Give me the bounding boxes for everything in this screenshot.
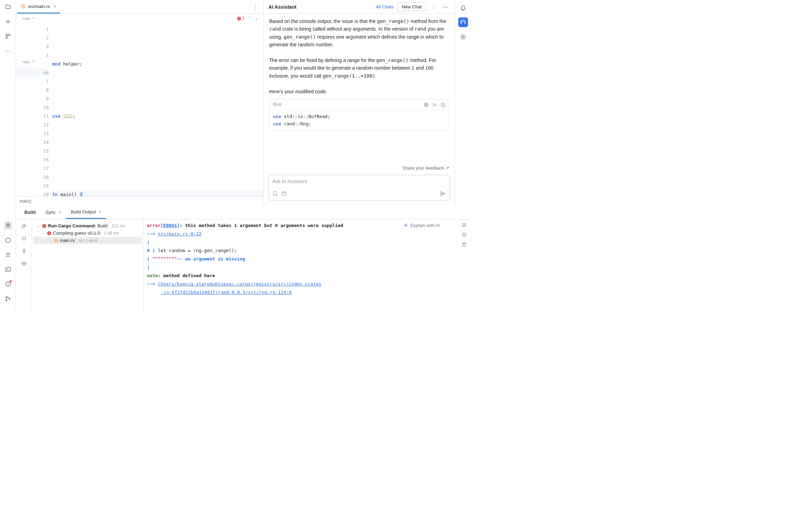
ai-paragraph: Based on the console output, the issue i… bbox=[269, 17, 449, 49]
stop-icon[interactable] bbox=[20, 235, 28, 242]
ai-input-field[interactable] bbox=[272, 179, 446, 184]
prev-error-icon[interactable]: ⌃ bbox=[248, 16, 251, 21]
right-toolbar bbox=[455, 0, 471, 205]
ai-minimize-icon[interactable]: — bbox=[442, 4, 450, 10]
svg-point-15 bbox=[6, 300, 7, 301]
copy-code-icon[interactable] bbox=[424, 102, 429, 107]
tab-sync[interactable]: Sync× bbox=[41, 206, 66, 219]
new-chat-button[interactable]: New Chat bbox=[397, 2, 426, 11]
ai-paragraph: Here's your modified code: bbox=[269, 88, 449, 95]
tab-label: src/main.rs bbox=[28, 4, 50, 9]
gutter: new * 1 2 3› 5 new * 6▷ 7 8 9 10 11 12 1… bbox=[16, 14, 52, 196]
svg-point-30 bbox=[23, 263, 25, 264]
all-chats-link[interactable]: All Chats bbox=[376, 4, 394, 9]
build-console[interactable]: ֍Explain with AI error[E0061]: this meth… bbox=[143, 219, 457, 312]
tree-file[interactable]: › main.rs src 1 error bbox=[33, 237, 142, 244]
todo-icon[interactable] bbox=[4, 251, 12, 259]
tab-build-output[interactable]: Build Output× bbox=[66, 206, 107, 219]
next-error-icon[interactable]: ⌄ bbox=[255, 16, 258, 21]
bottom-panel: Build Sync× Build Output× ⌄ ! Run Cargo … bbox=[16, 205, 471, 312]
svg-text:!: ! bbox=[49, 232, 50, 235]
insert-code-icon[interactable] bbox=[432, 102, 437, 107]
editor-tabbar: src/main.rs × ⋮ bbox=[16, 0, 263, 14]
ai-title: AI Assistant bbox=[268, 4, 296, 10]
bottom-tabs: Build Sync× Build Output× bbox=[16, 205, 471, 219]
svg-rect-29 bbox=[23, 237, 25, 240]
code-lang-label: Rust bbox=[273, 101, 282, 108]
fold-icon[interactable]: › bbox=[47, 42, 49, 51]
error-code-link[interactable]: [E0061] bbox=[161, 223, 180, 228]
svg-point-36 bbox=[55, 240, 57, 241]
tree-root[interactable]: ⌄ ! Run Cargo Command: Build 211 ms bbox=[33, 222, 142, 229]
ai-assistant-pane: AI Assistant All Chats New Chat ⋮ — Base… bbox=[264, 0, 455, 205]
svg-rect-10 bbox=[6, 267, 10, 272]
build-tree: ⌄ ! Run Cargo Command: Build 211 ms ⌄ ! … bbox=[32, 219, 143, 312]
chevron-down-icon[interactable]: ⌄ bbox=[40, 231, 45, 235]
error-count[interactable]: !2 bbox=[237, 16, 244, 21]
svg-marker-6 bbox=[6, 238, 10, 243]
console-side-toolbar bbox=[457, 219, 471, 312]
svg-text:!: ! bbox=[44, 224, 45, 227]
rust-toolbar-icon[interactable] bbox=[458, 32, 468, 42]
tab-close-icon[interactable]: × bbox=[54, 3, 56, 9]
close-icon[interactable]: × bbox=[58, 210, 61, 215]
editor-body[interactable]: !2 ⌃ ⌄ new * 1 2 3› 5 new * 6▷ 7 8 bbox=[16, 14, 263, 196]
tab-build[interactable]: Build bbox=[20, 206, 41, 219]
code-area[interactable]: mod helper; use ...; fn main() { let mut… bbox=[52, 14, 263, 196]
ai-code-block: Rust use std::io::BufRead; use rand::Rng… bbox=[269, 99, 449, 131]
svg-point-28 bbox=[463, 37, 464, 38]
save-prompt-icon[interactable] bbox=[281, 191, 287, 196]
ai-swirl-icon: ֍ bbox=[404, 221, 408, 230]
bookmark-icon[interactable] bbox=[272, 191, 278, 196]
path-link[interactable]: /Users/ksenia.starodubtseva/.cargo/regis… bbox=[158, 281, 321, 287]
problems-icon[interactable] bbox=[4, 280, 12, 288]
ai-assistant-icon[interactable] bbox=[458, 17, 468, 27]
tab-more-icon[interactable]: ⋮ bbox=[249, 3, 262, 11]
create-file-icon[interactable] bbox=[441, 102, 445, 107]
chevron-right-icon[interactable]: › bbox=[47, 238, 52, 242]
error-icon: ! bbox=[47, 231, 52, 236]
svg-rect-21 bbox=[426, 104, 428, 106]
explain-with-ai[interactable]: ֍Explain with AI bbox=[404, 221, 440, 230]
breadcrumb[interactable]: main() bbox=[16, 196, 263, 205]
services-icon[interactable] bbox=[4, 236, 12, 244]
source-link[interactable]: src/main.rs:8:22 bbox=[158, 231, 201, 236]
svg-rect-22 bbox=[424, 103, 427, 105]
editor-tab-main[interactable]: src/main.rs × bbox=[17, 0, 60, 14]
commit-icon[interactable] bbox=[4, 17, 12, 26]
ai-input-box[interactable] bbox=[268, 175, 450, 201]
left-toolbar: ⋯ bbox=[0, 0, 16, 312]
pin-icon[interactable] bbox=[20, 247, 28, 255]
build-tool-icon[interactable] bbox=[4, 221, 12, 230]
terminal-icon[interactable] bbox=[4, 265, 12, 274]
run-gutter-icon[interactable]: ▷ bbox=[44, 68, 47, 77]
svg-text:!: ! bbox=[239, 17, 240, 20]
send-icon[interactable] bbox=[440, 190, 446, 197]
more-icon[interactable]: ⋯ bbox=[4, 47, 12, 55]
ai-more-icon[interactable]: ⋮ bbox=[430, 3, 438, 10]
path-link[interactable]: .io-6f17d22bba15001f/rand-0.8.5/src/rng.… bbox=[161, 290, 292, 295]
chevron-down-icon[interactable]: ⌄ bbox=[36, 224, 40, 228]
rust-file-icon bbox=[21, 4, 26, 9]
vcs-icon[interactable] bbox=[4, 295, 12, 303]
soft-wrap-icon[interactable] bbox=[461, 222, 467, 228]
hammer-icon[interactable] bbox=[20, 222, 28, 230]
svg-point-14 bbox=[6, 297, 7, 298]
folder-icon[interactable] bbox=[4, 3, 12, 11]
ai-code-body: use std::io::BufRead; use rand::Rng; bbox=[270, 110, 449, 131]
svg-rect-26 bbox=[282, 192, 286, 196]
structure-icon[interactable] bbox=[4, 32, 12, 40]
error-icon: ! bbox=[42, 224, 47, 228]
eye-icon[interactable] bbox=[20, 260, 28, 267]
clear-icon[interactable] bbox=[461, 242, 467, 247]
feedback-link[interactable]: Share your feedback ↗ bbox=[264, 164, 455, 172]
svg-point-0 bbox=[7, 21, 9, 23]
svg-rect-3 bbox=[6, 34, 8, 36]
scroll-end-icon[interactable] bbox=[461, 232, 467, 237]
svg-point-18 bbox=[23, 6, 24, 7]
svg-rect-5 bbox=[6, 37, 8, 39]
ai-body: Based on the console output, the issue i… bbox=[264, 14, 455, 164]
tree-compile[interactable]: ⌄ ! Compiling guess v0.1.0 1 46 ms bbox=[33, 229, 142, 237]
notifications-icon[interactable] bbox=[458, 3, 468, 13]
close-icon[interactable]: × bbox=[99, 209, 101, 214]
